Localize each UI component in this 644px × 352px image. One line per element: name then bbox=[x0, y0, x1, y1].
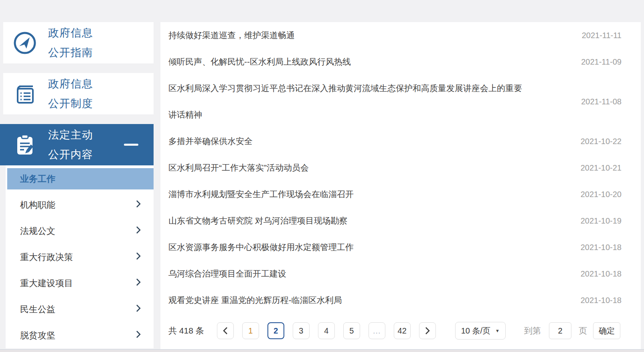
news-row[interactable]: 多措并举确保供水安全 2021-10-22 bbox=[168, 128, 622, 155]
page-button-5[interactable]: 5 bbox=[343, 322, 360, 339]
pagination: 共 418 条 1 2 3 4 5 ... 42 10 条/页 ▼ 到第 页 确… bbox=[168, 317, 622, 345]
news-date: 2021-11-11 bbox=[570, 31, 622, 40]
news-date: 2021-10-19 bbox=[569, 216, 622, 226]
submenu-item-livelihood[interactable]: 民生公益 bbox=[6, 296, 154, 322]
sidebar-section-label-line2: 公开指南 bbox=[48, 43, 93, 63]
sidebar-section-label-line1: 政府信息 bbox=[48, 74, 93, 94]
news-date: 2021-10-21 bbox=[569, 163, 622, 173]
news-date: 2021-11-08 bbox=[569, 97, 622, 106]
submenu-item-org-functions[interactable]: 机构职能 bbox=[6, 192, 154, 218]
submenu-label: 法规公文 bbox=[20, 225, 55, 237]
news-date: 2021-10-22 bbox=[569, 137, 622, 146]
page-ellipsis-button[interactable]: ... bbox=[369, 322, 385, 339]
submenu-item-major-projects[interactable]: 重大建设项目 bbox=[6, 270, 154, 296]
news-row[interactable]: 区水资源事务服务中心积极做好用水定额管理工作 2021-10-18 bbox=[168, 234, 622, 260]
chevron-right-icon bbox=[135, 226, 142, 237]
collapse-minus-icon[interactable] bbox=[124, 144, 138, 146]
submenu-item-major-decisions[interactable]: 重大行政决策 bbox=[6, 244, 154, 270]
sidebar-section-label-line1: 法定主动 bbox=[48, 125, 93, 145]
chevron-right-icon bbox=[135, 330, 142, 341]
news-title[interactable]: 区水利局召开“工作大落实”活动动员会 bbox=[168, 155, 309, 181]
compass-icon bbox=[12, 30, 38, 56]
dropdown-caret-icon: ▼ bbox=[495, 328, 500, 333]
page-button-4[interactable]: 4 bbox=[318, 322, 335, 339]
sidebar-section-label-line1: 政府信息 bbox=[48, 23, 93, 43]
page: 政府信息 公开指南 政府信息 公开制度 bbox=[0, 0, 644, 352]
news-row[interactable]: 淄博市水利规划暨安全生产工作现场会在临淄召开 2021-10-20 bbox=[168, 181, 622, 208]
news-date: 2021-10-20 bbox=[569, 190, 622, 199]
submenu: 业务工作 机构职能 法规公文 重大行政决策 重大建 bbox=[6, 165, 154, 348]
clipboard-pencil-icon bbox=[12, 132, 38, 158]
submenu-item-business-work[interactable]: 业务工作 bbox=[7, 168, 154, 189]
submenu-item-regulations[interactable]: 法规公文 bbox=[6, 218, 154, 244]
prev-page-button[interactable] bbox=[217, 322, 234, 339]
goto-page-input[interactable] bbox=[549, 322, 571, 339]
page-button-2-current[interactable]: 2 bbox=[267, 322, 284, 339]
news-title[interactable]: 多措并举确保供水安全 bbox=[168, 128, 253, 155]
notebook-icon bbox=[12, 81, 38, 107]
news-panel: 持续做好渠道巡查，维护渠道畅通 2021-11-11 倾听民声、化解民忧--区水… bbox=[160, 22, 641, 350]
chevron-right-icon bbox=[135, 278, 142, 289]
submenu-label: 机构职能 bbox=[20, 199, 55, 211]
submenu-label: 脱贫攻坚 bbox=[20, 330, 55, 342]
news-title[interactable]: 持续做好渠道巡查，维护渠道畅通 bbox=[168, 22, 295, 49]
next-page-button[interactable] bbox=[419, 322, 436, 339]
sidebar-section-label-line2: 公开制度 bbox=[48, 94, 93, 114]
page-button-3[interactable]: 3 bbox=[293, 322, 310, 339]
sidebar: 政府信息 公开指南 政府信息 公开制度 bbox=[0, 22, 154, 348]
news-row[interactable]: 观看党史讲座 重温党的光辉历程-临淄区水利局 2021-10-18 bbox=[168, 287, 622, 313]
sidebar-section-statutory-disclosure[interactable]: 法定主动 公开内容 bbox=[0, 124, 154, 165]
sidebar-section-label-line2: 公开内容 bbox=[48, 145, 93, 165]
submenu-item-poverty-alleviation[interactable]: 脱贫攻坚 bbox=[6, 322, 154, 348]
chevron-right-icon bbox=[135, 252, 142, 263]
news-date: 2021-10-18 bbox=[569, 243, 622, 252]
news-row[interactable]: 持续做好渠道巡查，维护渠道畅通 2021-11-11 bbox=[168, 22, 622, 49]
chevron-right-icon bbox=[135, 304, 142, 315]
sidebar-section-info-guide[interactable]: 政府信息 公开指南 bbox=[3, 22, 154, 63]
goto-suffix-label: 页 bbox=[579, 325, 587, 336]
news-title[interactable]: 淄博市水利规划暨安全生产工作现场会在临淄召开 bbox=[168, 181, 354, 208]
news-title[interactable]: 山东省文物考古研究院 对乌河治理项目现场勘察 bbox=[168, 208, 348, 234]
bottom-strip bbox=[0, 349, 644, 352]
news-date: 2021-10-18 bbox=[569, 269, 622, 279]
news-row[interactable]: 山东省文物考古研究院 对乌河治理项目现场勘察 2021-10-19 bbox=[168, 208, 622, 234]
news-title[interactable]: 区水利局深入学习贯彻习近平总书记在深入推动黄河流域生态保护和高质量发展讲座会上的… bbox=[168, 75, 529, 128]
submenu-label: 重大建设项目 bbox=[20, 277, 73, 289]
page-size-select[interactable]: 10 条/页 ▼ bbox=[455, 322, 506, 340]
news-title[interactable]: 乌河综合治理项目全面开工建设 bbox=[168, 260, 286, 287]
submenu-label: 民生公益 bbox=[20, 303, 55, 315]
news-title[interactable]: 观看党史讲座 重温党的光辉历程-临淄区水利局 bbox=[168, 287, 342, 313]
page-size-label: 10 条/页 bbox=[461, 326, 490, 336]
submenu-label: 业务工作 bbox=[20, 173, 55, 185]
total-count: 共 418 条 bbox=[168, 325, 204, 336]
goto-prefix-label: 到第 bbox=[524, 325, 541, 336]
sidebar-section-info-system[interactable]: 政府信息 公开制度 bbox=[3, 73, 154, 114]
chevron-right-icon bbox=[135, 199, 142, 211]
news-title[interactable]: 倾听民声、化解民忧--区水利局上线政风行风热线 bbox=[168, 49, 351, 75]
page-button-42[interactable]: 42 bbox=[394, 322, 411, 339]
news-list: 持续做好渠道巡查，维护渠道畅通 2021-11-11 倾听民声、化解民忧--区水… bbox=[160, 22, 641, 313]
news-title[interactable]: 区水资源事务服务中心积极做好用水定额管理工作 bbox=[168, 234, 354, 260]
news-row[interactable]: 区水利局召开“工作大落实”活动动员会 2021-10-21 bbox=[168, 155, 622, 181]
confirm-button[interactable]: 确定 bbox=[593, 322, 620, 339]
submenu-label: 重大行政决策 bbox=[20, 251, 73, 263]
news-row[interactable]: 乌河综合治理项目全面开工建设 2021-10-18 bbox=[168, 260, 622, 287]
news-date: 2021-10-18 bbox=[569, 296, 622, 305]
news-row[interactable]: 区水利局深入学习贯彻习近平总书记在深入推动黄河流域生态保护和高质量发展讲座会上的… bbox=[168, 75, 622, 128]
news-row[interactable]: 倾听民声、化解民忧--区水利局上线政风行风热线 2021-11-09 bbox=[168, 49, 622, 75]
page-button-1[interactable]: 1 bbox=[242, 322, 259, 339]
news-date: 2021-11-09 bbox=[569, 57, 622, 67]
